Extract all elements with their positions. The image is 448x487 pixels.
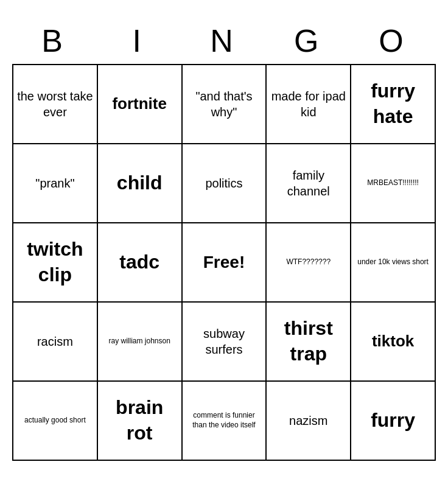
bingo-cell: Free! [183,223,267,303]
bingo-cell: MRBEAST!!!!!!!! [351,144,436,223]
cell-text: ray william johnson [109,337,170,346]
bingo-cell: tadc [98,223,183,303]
bingo-header: BINGO [12,20,436,61]
bingo-cell: politics [183,144,267,223]
bingo-cell: fortnite [98,65,183,144]
cell-text: tiktok [372,331,414,352]
cell-text: WTF??????? [286,258,331,267]
cell-text: child [117,170,163,196]
header-letter: O [351,20,436,61]
bingo-cell: brain rot [98,382,183,461]
header-letter: G [267,20,351,61]
cell-text: "prank" [35,175,74,191]
cell-text: actually good short [24,416,86,426]
bingo-cell: twitch clip [13,223,98,303]
bingo-cell: ray william johnson [98,303,183,382]
cell-text: nazism [289,413,327,429]
bingo-cell: "prank" [13,144,98,223]
cell-text: Free! [203,251,245,273]
cell-text: comment is funnier than the video itself [186,411,263,430]
bingo-cell: made for ipad kid [267,65,351,144]
bingo-cell: nazism [267,382,351,461]
cell-text: made for ipad kid [270,88,347,120]
bingo-cell: the worst take ever [13,65,98,144]
bingo-cell: furry [351,382,436,461]
bingo-cell: subway surfers [183,303,267,382]
cell-text: under 10k views short [357,258,429,267]
cell-text: the worst take ever [16,88,94,120]
bingo-cell: WTF??????? [267,223,351,303]
cell-text: subway surfers [186,326,263,357]
cell-text: furry [371,408,415,433]
cell-text: fortnite [112,94,167,114]
bingo-cell: tiktok [351,303,436,382]
cell-text: "and that's why" [186,88,263,120]
bingo-cell: thirst trap [267,303,351,382]
bingo-cell: family channel [267,144,351,223]
bingo-cell: "and that's why" [183,65,267,144]
cell-text: furry hate [354,79,432,129]
cell-text: politics [205,175,242,191]
bingo-card: BINGO the worst take everfortnite"and th… [0,14,448,473]
cell-text: twitch clip [16,237,94,287]
cell-text: MRBEAST!!!!!!!! [367,178,419,188]
cell-text: family channel [270,167,347,199]
bingo-cell: furry hate [351,65,436,144]
bingo-grid: the worst take everfortnite"and that's w… [12,64,436,461]
cell-text: tadc [119,250,159,275]
cell-text: racism [37,334,73,349]
bingo-cell: under 10k views short [351,223,436,303]
header-letter: B [12,20,97,61]
bingo-cell: actually good short [13,382,98,461]
bingo-cell: comment is funnier than the video itself [183,382,267,461]
cell-text: brain rot [101,395,178,446]
cell-text: thirst trap [270,316,347,366]
header-letter: I [97,20,181,61]
bingo-cell: child [98,144,183,223]
bingo-cell: racism [13,303,98,382]
header-letter: N [181,20,266,61]
